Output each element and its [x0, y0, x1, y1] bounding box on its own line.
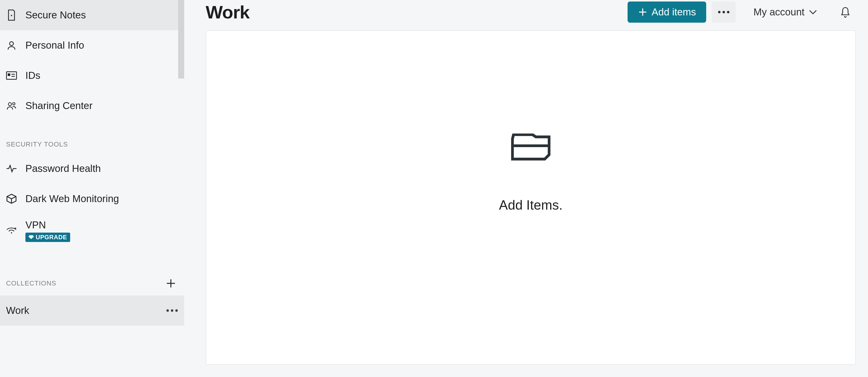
page-title: Work — [206, 2, 249, 23]
people-icon — [6, 100, 17, 111]
topbar-actions: Add items My account — [627, 1, 856, 23]
sidebar-item-vpn[interactable]: VPN UPGRADE — [0, 214, 184, 247]
add-items-label: Add items — [652, 6, 696, 18]
upgrade-badge[interactable]: UPGRADE — [25, 233, 70, 242]
folder-empty-icon — [511, 134, 551, 161]
sidebar-item-sharing-center[interactable]: Sharing Center — [0, 91, 184, 121]
sidebar-scrollbar[interactable] — [178, 0, 184, 377]
svg-point-7 — [13, 103, 15, 105]
more-horizontal-icon — [166, 309, 178, 312]
empty-state-message: Add Items. — [499, 198, 562, 213]
scrollbar-thumb[interactable] — [178, 0, 184, 78]
sidebar-item-secure-notes[interactable]: Secure Notes — [0, 0, 184, 30]
svg-point-17 — [722, 11, 725, 13]
cube-icon — [6, 193, 17, 204]
sidebar-item-password-health[interactable]: Password Health — [0, 153, 184, 184]
plus-icon — [165, 278, 176, 289]
wifi-icon — [6, 225, 17, 236]
sidebar-item-dark-web-monitoring[interactable]: Dark Web Monitoring — [0, 184, 184, 214]
activity-icon — [6, 163, 17, 174]
sidebar-item-label: IDs — [25, 70, 40, 81]
add-items-button[interactable]: Add items — [627, 1, 707, 23]
collection-item-label: Work — [6, 305, 29, 316]
upgrade-badge-label: UPGRADE — [36, 234, 67, 241]
collection-more-button[interactable] — [166, 309, 178, 312]
more-horizontal-icon — [718, 10, 730, 14]
sidebar-item-label: Password Health — [25, 163, 101, 174]
sidebar-item-label: VPN — [25, 219, 70, 231]
sidebar-item-personal-info[interactable]: Personal Info — [0, 30, 184, 60]
svg-point-11 — [166, 309, 169, 312]
add-collection-button[interactable] — [164, 276, 178, 290]
sidebar-item-label: Sharing Center — [25, 100, 93, 111]
id-card-icon — [6, 70, 17, 81]
sidebar: Secure Notes Personal Info IDs — [0, 0, 185, 377]
svg-rect-3 — [8, 73, 10, 76]
section-label: COLLECTIONS — [6, 279, 56, 287]
collection-item-work[interactable]: Work — [0, 296, 184, 325]
svg-point-13 — [176, 309, 178, 312]
sidebar-item-label: Secure Notes — [25, 9, 86, 21]
more-actions-button[interactable] — [712, 1, 736, 23]
chevron-down-icon — [809, 9, 817, 15]
svg-point-12 — [171, 309, 173, 312]
sidebar-item-label: Personal Info — [25, 40, 84, 51]
person-icon — [6, 40, 17, 51]
topbar: Work Add items My account — [206, 0, 856, 24]
svg-point-1 — [10, 42, 13, 46]
bell-icon — [840, 6, 851, 18]
svg-point-16 — [718, 11, 721, 13]
section-header-collections: COLLECTIONS — [0, 274, 184, 293]
diamond-icon — [28, 235, 34, 240]
svg-point-0 — [11, 15, 12, 16]
sidebar-item-ids[interactable]: IDs — [0, 60, 184, 91]
plus-icon — [638, 7, 648, 17]
account-label: My account — [753, 6, 805, 18]
svg-point-8 — [11, 232, 12, 234]
note-icon — [6, 10, 17, 21]
content-panel: Add Items. — [206, 30, 856, 365]
svg-point-18 — [727, 11, 730, 13]
section-header-security-tools: SECURITY TOOLS — [0, 135, 184, 153]
sidebar-item-label: Dark Web Monitoring — [25, 193, 119, 205]
notifications-button[interactable] — [835, 1, 856, 23]
section-label: SECURITY TOOLS — [6, 140, 68, 148]
account-menu[interactable]: My account — [747, 1, 823, 23]
svg-point-6 — [8, 103, 11, 106]
main-content: Work Add items My account — [185, 0, 868, 377]
